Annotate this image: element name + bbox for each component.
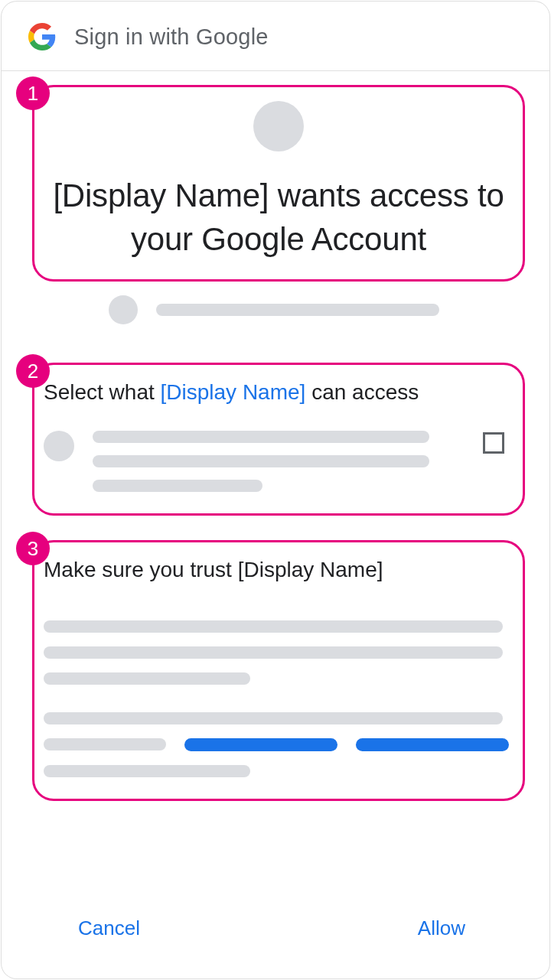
account-chip[interactable] xyxy=(109,295,511,324)
trust-text-placeholder xyxy=(44,646,503,659)
allow-button[interactable]: Allow xyxy=(409,910,474,946)
scope-text-placeholder xyxy=(93,480,262,492)
header: Sign in with Google xyxy=(2,2,549,71)
trust-link-placeholder[interactable] xyxy=(184,738,337,751)
cancel-button[interactable]: Cancel xyxy=(69,910,149,946)
app-avatar-placeholder xyxy=(253,101,304,151)
scope-text-placeholder xyxy=(93,455,429,467)
scopes-heading: Select what [Display Name] can access xyxy=(44,380,504,405)
scope-checkbox[interactable] xyxy=(483,432,504,454)
trust-link-placeholder[interactable] xyxy=(356,738,509,751)
trust-text-placeholder xyxy=(44,620,503,633)
account-email-placeholder xyxy=(156,304,439,316)
trust-text-placeholder xyxy=(44,712,503,724)
app-name-link[interactable]: [Display Name] xyxy=(161,380,306,404)
action-bar: Cancel Allow xyxy=(2,910,549,946)
trust-text-placeholder xyxy=(44,672,250,685)
google-logo-icon xyxy=(28,23,56,50)
scope-item xyxy=(44,431,504,492)
consent-dialog: Sign in with Google 1 [Display Name] wan… xyxy=(2,2,549,978)
callout-badge-1: 1 xyxy=(16,77,50,110)
trust-heading: Make sure you trust [Display Name] xyxy=(44,558,509,582)
trust-text-placeholder xyxy=(44,738,166,750)
scope-text-placeholder xyxy=(93,431,429,443)
user-avatar-placeholder xyxy=(109,295,138,324)
header-title: Sign in with Google xyxy=(74,24,269,50)
callout-3: 3 Make sure you trust [Display Name] xyxy=(32,540,525,801)
consent-heading: [Display Name] wants access to your Goog… xyxy=(42,174,515,261)
trust-text-placeholder xyxy=(44,765,250,777)
callout-1: 1 [Display Name] wants access to your Go… xyxy=(32,85,525,282)
scope-icon xyxy=(44,431,74,461)
callout-2: 2 Select what [Display Name] can access xyxy=(32,363,525,516)
